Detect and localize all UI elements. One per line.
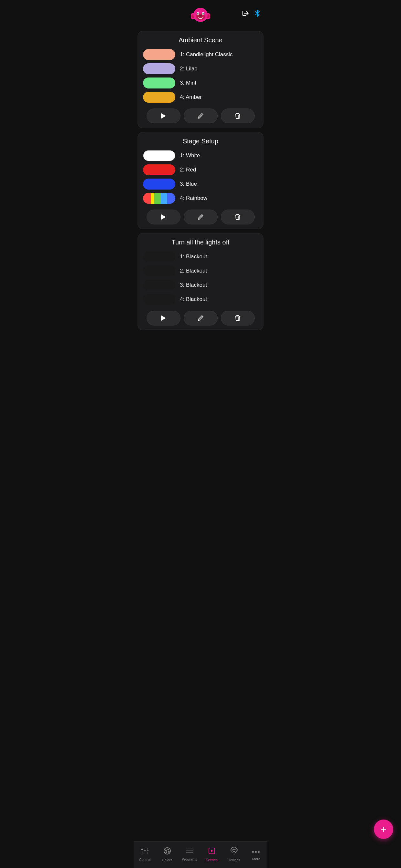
color-label: 4: Amber [180,94,202,100]
color-label: 4: Blackout [180,296,207,303]
bluetooth-icon[interactable] [254,9,261,19]
color-label: 3: Blue [180,181,197,187]
color-swatch [143,49,175,60]
color-swatch [143,179,175,190]
header [134,0,267,28]
color-label: 4: Rainbow [180,195,207,202]
color-item: 2: Blackout [143,266,258,276]
scene-actions [143,210,258,224]
app-logo [191,6,210,25]
color-swatch [143,92,175,103]
scene-title: Ambient Scene [143,36,258,44]
play-button[interactable] [147,108,181,123]
scene-card-ambient-scene: Ambient Scene1: Candlelight Classic2: Li… [137,31,264,128]
svg-point-8 [197,13,198,14]
color-item: 1: White [143,150,258,161]
color-label: 3: Blackout [180,282,207,288]
color-swatch [143,280,175,290]
color-label: 2: Red [180,166,196,173]
color-swatch [143,164,175,175]
color-swatch [143,251,175,262]
color-item: 3: Blue [143,179,258,190]
color-list: 1: Candlelight Classic2: Lilac3: Mint4: … [143,49,258,103]
color-item: 2: Red [143,164,258,175]
color-label: 3: Mint [180,80,196,86]
delete-button[interactable] [221,311,255,326]
delete-button[interactable] [221,108,255,123]
color-label: 1: Candlelight Classic [180,51,233,58]
color-swatch [143,294,175,305]
color-list: 1: Blackout2: Blackout3: Blackout4: Blac… [143,251,258,305]
color-item: 4: Blackout [143,294,258,305]
scene-title: Stage Setup [143,137,258,145]
color-swatch [143,193,175,204]
edit-button[interactable] [184,108,218,123]
color-item: 1: Candlelight Classic [143,49,258,60]
color-item: 4: Rainbow [143,193,258,204]
scene-card-stage-setup: Stage Setup1: White2: Red3: Blue4: Rainb… [137,132,264,229]
scene-actions [143,311,258,326]
svg-marker-14 [161,214,166,220]
scene-actions [143,108,258,123]
scene-title: Turn all the lights off [143,239,258,246]
color-item: 3: Blackout [143,280,258,290]
color-swatch [143,150,175,161]
scene-card-lights-off: Turn all the lights off1: Blackout2: Bla… [137,233,264,330]
color-item: 3: Mint [143,78,258,89]
svg-point-12 [201,16,202,17]
svg-point-11 [199,16,201,17]
svg-point-9 [203,13,204,14]
color-swatch [143,63,175,74]
svg-marker-13 [161,113,166,119]
color-swatch [143,266,175,276]
color-swatch [143,78,175,89]
login-icon[interactable] [242,9,249,19]
color-label: 2: Blackout [180,268,207,274]
color-list: 1: White2: Red3: Blue4: Rainbow [143,150,258,204]
color-label: 2: Lilac [180,66,197,72]
play-button[interactable] [147,311,181,326]
color-item: 2: Lilac [143,63,258,74]
edit-button[interactable] [184,210,218,224]
edit-button[interactable] [184,311,218,326]
main-content: Ambient Scene1: Candlelight Classic2: Li… [134,28,267,363]
header-icons [242,9,261,19]
color-label: 1: White [180,152,200,159]
color-label: 1: Blackout [180,253,207,260]
delete-button[interactable] [221,210,255,224]
color-item: 1: Blackout [143,251,258,262]
svg-marker-15 [161,315,166,321]
color-item: 4: Amber [143,92,258,103]
play-button[interactable] [147,210,181,224]
